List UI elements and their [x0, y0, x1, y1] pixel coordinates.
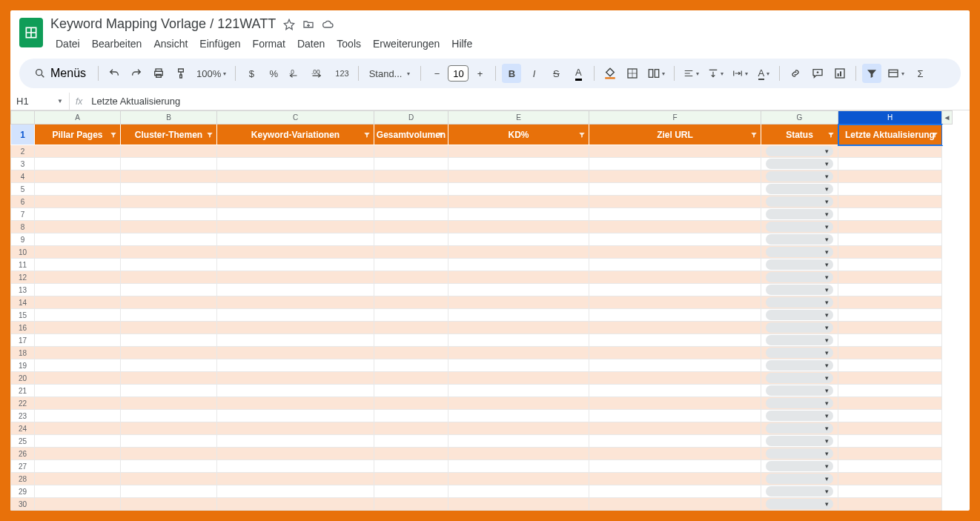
- italic-button[interactable]: I: [524, 64, 543, 83]
- status-dropdown[interactable]: [766, 486, 833, 497]
- cell-F17[interactable]: [589, 334, 761, 347]
- cell-F23[interactable]: [589, 410, 761, 422]
- cell-C15[interactable]: [217, 309, 374, 322]
- cell-F2[interactable]: [589, 145, 761, 158]
- cell-C3[interactable]: [217, 158, 374, 170]
- cell-E22[interactable]: [448, 397, 589, 410]
- status-dropdown[interactable]: [766, 322, 833, 333]
- cell-G30[interactable]: [761, 498, 838, 511]
- menu-format[interactable]: Format: [248, 35, 291, 53]
- status-dropdown[interactable]: [766, 335, 833, 345]
- filter-icon[interactable]: [437, 131, 445, 139]
- cell-E7[interactable]: [448, 208, 589, 221]
- cell-C22[interactable]: [217, 397, 374, 410]
- cell-D5[interactable]: [374, 183, 448, 196]
- currency-button[interactable]: $: [242, 64, 261, 83]
- header-cell-B[interactable]: Cluster-Themen: [121, 125, 217, 145]
- cell-C7[interactable]: [217, 208, 374, 221]
- col-header-B[interactable]: B: [121, 111, 217, 125]
- status-dropdown[interactable]: [766, 285, 833, 295]
- row-header-9[interactable]: 9: [11, 233, 35, 246]
- cell-H9[interactable]: [838, 233, 942, 246]
- header-cell-A[interactable]: Pillar Pages: [35, 125, 121, 145]
- cell-C29[interactable]: [217, 485, 374, 498]
- cell-B26[interactable]: [121, 448, 217, 460]
- col-header-H[interactable]: H: [838, 111, 942, 125]
- row-header-7[interactable]: 7: [11, 208, 35, 221]
- cell-F10[interactable]: [589, 246, 761, 259]
- document-title[interactable]: Keyword Mapping Vorlage / 121WATT: [50, 16, 276, 32]
- expand-columns[interactable]: ◄: [942, 111, 953, 125]
- cell-C8[interactable]: [217, 221, 374, 233]
- row-header-3[interactable]: 3: [11, 158, 35, 170]
- cell-B14[interactable]: [121, 296, 217, 309]
- cell-F28[interactable]: [589, 473, 761, 485]
- cell-H8[interactable]: [838, 221, 942, 233]
- valign-button[interactable]: [705, 64, 726, 83]
- cell-B25[interactable]: [121, 435, 217, 448]
- cell-F13[interactable]: [589, 284, 761, 296]
- cell-C26[interactable]: [217, 448, 374, 460]
- star-icon[interactable]: [283, 19, 295, 30]
- cell-B6[interactable]: [121, 196, 217, 208]
- status-dropdown[interactable]: [766, 171, 833, 182]
- cell-G2[interactable]: [761, 145, 838, 158]
- cell-B12[interactable]: [121, 271, 217, 284]
- cell-D4[interactable]: [374, 170, 448, 183]
- cell-B15[interactable]: [121, 309, 217, 322]
- cell-G25[interactable]: [761, 435, 838, 448]
- row-header-13[interactable]: 13: [11, 284, 35, 296]
- spreadsheet-grid[interactable]: ABCDEFGH◄1Pillar PagesCluster-ThemenKeyw…: [10, 110, 970, 511]
- cell-B19[interactable]: [121, 359, 217, 372]
- comment-button[interactable]: [808, 64, 827, 83]
- cell-B5[interactable]: [121, 183, 217, 196]
- cell-G28[interactable]: [761, 473, 838, 485]
- row-header-16[interactable]: 16: [11, 322, 35, 334]
- cell-A30[interactable]: [35, 498, 121, 511]
- merge-button[interactable]: [645, 64, 668, 83]
- cell-D8[interactable]: [374, 221, 448, 233]
- cell-H21[interactable]: [838, 385, 942, 397]
- cell-H15[interactable]: [838, 309, 942, 322]
- cell-B2[interactable]: [121, 145, 217, 158]
- cell-H17[interactable]: [838, 334, 942, 347]
- cell-H19[interactable]: [838, 359, 942, 372]
- cell-C16[interactable]: [217, 322, 374, 334]
- cell-B21[interactable]: [121, 385, 217, 397]
- header-cell-D[interactable]: Gesamtvolumen: [374, 125, 448, 145]
- cell-G17[interactable]: [761, 334, 838, 347]
- filter-icon[interactable]: [750, 131, 758, 139]
- cell-H13[interactable]: [838, 284, 942, 296]
- cell-D6[interactable]: [374, 196, 448, 208]
- cell-H28[interactable]: [838, 473, 942, 485]
- cell-A8[interactable]: [35, 221, 121, 233]
- cell-E28[interactable]: [448, 473, 589, 485]
- cell-A10[interactable]: [35, 246, 121, 259]
- percent-button[interactable]: %: [264, 64, 283, 83]
- cell-C12[interactable]: [217, 271, 374, 284]
- cell-G3[interactable]: [761, 158, 838, 170]
- cell-A22[interactable]: [35, 397, 121, 410]
- cell-F30[interactable]: [589, 498, 761, 511]
- cell-E15[interactable]: [448, 309, 589, 322]
- cell-A2[interactable]: [35, 145, 121, 158]
- increase-decimal-button[interactable]: .00: [308, 64, 329, 83]
- cell-A20[interactable]: [35, 372, 121, 385]
- menu-einfügen[interactable]: Einfügen: [194, 35, 245, 53]
- cell-G12[interactable]: [761, 271, 838, 284]
- cell-A7[interactable]: [35, 208, 121, 221]
- cell-G9[interactable]: [761, 233, 838, 246]
- cell-G18[interactable]: [761, 347, 838, 359]
- row-header-26[interactable]: 26: [11, 448, 35, 460]
- cell-G5[interactable]: [761, 183, 838, 196]
- cell-B9[interactable]: [121, 233, 217, 246]
- cell-D28[interactable]: [374, 473, 448, 485]
- cell-C21[interactable]: [217, 385, 374, 397]
- cell-F19[interactable]: [589, 359, 761, 372]
- cell-F16[interactable]: [589, 322, 761, 334]
- cell-A14[interactable]: [35, 296, 121, 309]
- cell-D16[interactable]: [374, 322, 448, 334]
- cell-E12[interactable]: [448, 271, 589, 284]
- status-dropdown[interactable]: [766, 499, 833, 509]
- row-header-25[interactable]: 25: [11, 435, 35, 448]
